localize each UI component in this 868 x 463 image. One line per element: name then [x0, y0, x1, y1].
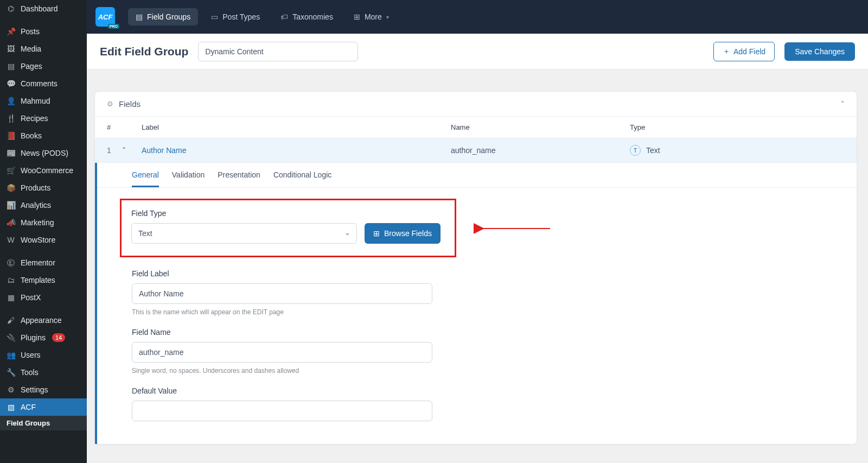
browse-fields-button[interactable]: ⊞ Browse Fields: [365, 223, 441, 244]
sidebar-item-plugins[interactable]: 🔌 Plugins 14: [0, 329, 87, 346]
add-field-button[interactable]: ＋ Add Field: [713, 42, 775, 61]
field-editor: General Validation Presentation Conditio…: [95, 163, 857, 444]
tab-general[interactable]: General: [132, 170, 159, 187]
sidebar-item-label: Marketing: [21, 218, 54, 227]
tools-icon: 🔧: [5, 369, 16, 376]
field-type-select[interactable]: [131, 223, 357, 244]
topnav-more[interactable]: ⊞ More ▾: [346, 8, 397, 26]
sidebar-item-woocommerce[interactable]: 🛒 WooCommerce: [0, 162, 87, 179]
plus-icon: ＋: [723, 47, 730, 56]
gauge-icon: ⌬: [5, 5, 16, 12]
sidebar-item-settings[interactable]: ⚙ Settings: [0, 381, 87, 398]
products-icon: 📦: [5, 184, 16, 192]
field-label-label: Field Label: [132, 269, 822, 278]
sidebar-item-label: Elementor: [21, 258, 55, 267]
field-row-label[interactable]: Author Name: [142, 146, 451, 155]
chevron-up-icon[interactable]: ˄: [122, 146, 126, 155]
sidebar-item-acf[interactable]: ▧ ACF: [0, 398, 87, 416]
media-icon: 🖼: [5, 45, 16, 53]
sidebar-item-news[interactable]: 📰 News (PODS): [0, 144, 87, 162]
topnav-taxonomies[interactable]: 🏷 Taxonomies: [273, 8, 341, 26]
field-editor-tabs: General Validation Presentation Conditio…: [97, 163, 857, 188]
field-row-name: author_name: [451, 146, 630, 155]
pages-icon: ▤: [5, 62, 16, 70]
elementor-icon: Ⓔ: [5, 259, 16, 267]
tab-validation[interactable]: Validation: [172, 170, 205, 187]
taxonomies-icon: 🏷: [280, 12, 288, 21]
sidebar-item-elementor[interactable]: Ⓔ Elementor: [0, 254, 87, 271]
sidebar-item-comments[interactable]: 💬 Comments: [0, 75, 87, 92]
sidebar-item-tools[interactable]: 🔧 Tools: [0, 364, 87, 381]
collapse-panel-button[interactable]: ˄: [841, 100, 845, 108]
sidebar-item-label: Books: [21, 131, 42, 140]
sidebar-item-label: Pages: [21, 62, 42, 71]
chevron-down-icon: ⌄: [344, 229, 350, 237]
topnav-label: Taxonomies: [292, 12, 333, 21]
fields-panel-title: Fields: [119, 99, 141, 109]
sidebar-item-label: Recipes: [21, 114, 48, 123]
field-index: 1: [107, 146, 111, 155]
sidebar-item-label: PostX: [21, 293, 41, 302]
woocommerce-icon: 🛒: [5, 167, 16, 174]
tab-conditional[interactable]: Conditional Logic: [273, 170, 331, 187]
field-label-input[interactable]: [132, 283, 432, 304]
field-name-input[interactable]: [132, 342, 432, 363]
topnav-label: More: [365, 12, 382, 21]
sidebar-item-postx[interactable]: ▦ PostX: [0, 289, 87, 306]
sidebar-item-label: Templates: [21, 276, 55, 284]
acf-topbar: ACF ▤ Field Groups ▭ Post Types 🏷 Taxono…: [87, 0, 868, 34]
field-row[interactable]: 1 ˄ Author Name author_name T Text: [95, 138, 857, 163]
sidebar-item-label: ACF: [21, 403, 36, 411]
plugins-update-badge: 14: [52, 333, 65, 342]
sidebar-item-books[interactable]: 📕 Books: [0, 127, 87, 144]
appearance-icon: 🖌: [5, 316, 16, 324]
group-title-input[interactable]: [198, 42, 358, 61]
post-types-icon: ▭: [211, 12, 218, 21]
sidebar-item-products[interactable]: 📦 Products: [0, 179, 87, 196]
sidebar-item-dashboard[interactable]: ⌬ Dashboard: [0, 0, 87, 17]
marketing-icon: 📣: [5, 219, 16, 226]
sidebar-item-appearance[interactable]: 🖌 Appearance: [0, 312, 87, 329]
type-pill-icon: T: [630, 145, 641, 156]
default-value-label: Default Value: [132, 386, 822, 395]
add-field-label: Add Field: [733, 47, 765, 56]
sidebar-item-marketing[interactable]: 📣 Marketing: [0, 214, 87, 231]
sidebar-item-label: WooCommerce: [21, 166, 73, 175]
sidebar-item-users[interactable]: 👥 Users: [0, 346, 87, 364]
field-type-label: Field Type: [131, 209, 445, 218]
sidebar-item-media[interactable]: 🖼 Media: [0, 40, 87, 58]
save-changes-button[interactable]: Save Changes: [784, 42, 855, 61]
fields-panel: ⚙ Fields ˄ # Label Name Type 1 ˄ Author …: [94, 91, 857, 445]
fields-panel-header: ⚙ Fields ˄: [95, 92, 857, 117]
sidebar-item-recipes[interactable]: 🍴 Recipes: [0, 110, 87, 127]
sidebar-item-mahmud[interactable]: 👤 Mahmud: [0, 92, 87, 110]
sidebar-item-label: Products: [21, 183, 50, 192]
gear-icon: ⚙: [107, 100, 113, 108]
sidebar-item-pages[interactable]: ▤ Pages: [0, 58, 87, 75]
main-content: ⚙ Fields ˄ # Label Name Type 1 ˄ Author …: [87, 69, 868, 463]
col-name: Name: [451, 123, 630, 131]
tab-presentation[interactable]: Presentation: [218, 170, 260, 187]
sidebar-item-wowstore[interactable]: W WowStore: [0, 231, 87, 249]
topnav-label: Field Groups: [147, 12, 190, 21]
sidebar-item-label: WowStore: [21, 236, 55, 244]
col-type: Type: [630, 123, 845, 131]
sidebar-item-label: Comments: [21, 79, 58, 88]
sidebar-item-templates[interactable]: 🗂 Templates: [0, 271, 87, 289]
browse-fields-label: Browse Fields: [384, 229, 432, 238]
wowstore-icon: W: [5, 236, 16, 244]
settings-icon: ⚙: [5, 386, 16, 394]
topnav-post-types[interactable]: ▭ Post Types: [203, 8, 267, 26]
field-type-highlight: Field Type ⌄ ⊞ Browse Fields: [120, 199, 456, 257]
templates-icon: 🗂: [5, 276, 16, 284]
sidebar-item-posts[interactable]: 📌 Posts: [0, 23, 87, 40]
topnav-field-groups[interactable]: ▤ Field Groups: [128, 8, 198, 26]
comments-icon: 💬: [5, 80, 16, 87]
default-value-input[interactable]: [132, 401, 432, 421]
acf-icon: ▧: [5, 403, 16, 411]
topnav-label: Post Types: [222, 12, 260, 21]
plugins-icon: 🔌: [5, 334, 16, 341]
sidebar-item-analytics[interactable]: 📊 Analytics: [0, 196, 87, 214]
sidebar-item-label: Appearance: [21, 316, 62, 325]
sidebar-subitem-field-groups[interactable]: Field Groups: [0, 416, 87, 430]
